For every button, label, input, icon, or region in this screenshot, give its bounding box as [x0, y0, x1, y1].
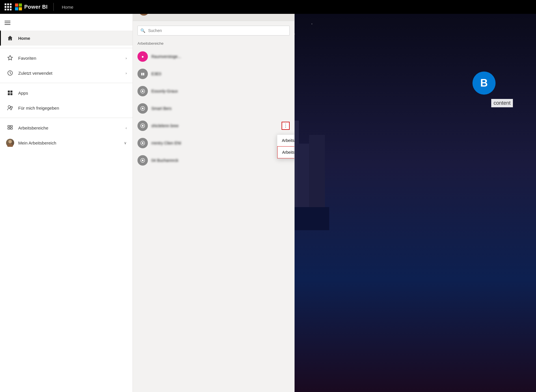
sidebar-divider-1	[0, 48, 133, 48]
content-text-label: content	[491, 99, 513, 107]
sidebar-home-label: Home	[18, 36, 30, 41]
sidebar-item-workspaces[interactable]: Arbeitsbereiche ‹	[0, 120, 133, 135]
brand-name: Power BI	[24, 4, 48, 10]
search-wrapper: 🔍	[137, 26, 290, 35]
chevron-left-icon: ‹	[126, 126, 127, 130]
nav-divider	[53, 3, 54, 11]
svg-rect-9	[8, 128, 10, 129]
workspace-name: Smart Bers	[151, 106, 290, 111]
workspace-icon: ●	[137, 51, 148, 62]
workspace-search-input[interactable]	[137, 26, 290, 35]
user-avatar-circle: B	[472, 72, 496, 95]
svg-point-12	[7, 144, 13, 147]
sidebar-item-apps[interactable]: Apps	[0, 85, 133, 100]
svg-rect-7	[8, 125, 10, 127]
apps-grid-icon	[7, 89, 14, 96]
workspace-icon	[137, 103, 148, 114]
sidebar-workspaces-label: Arbeitsbereiche	[18, 125, 48, 130]
sidebar-divider-2	[0, 83, 133, 83]
sidebar-apps-label: Apps	[18, 91, 28, 95]
svg-point-5	[8, 106, 10, 108]
workspaces-section-label: Arbeitsbereiche	[133, 40, 294, 48]
workspace-more-button[interactable]: ⋮	[282, 122, 290, 130]
list-item[interactable]: Smart Bers	[133, 100, 294, 117]
svg-point-24	[142, 160, 144, 161]
clock-icon	[7, 70, 14, 76]
svg-point-20	[142, 125, 144, 127]
svg-rect-2	[10, 91, 12, 93]
svg-rect-53	[309, 135, 325, 207]
sidebar: Home Favoriten › Zuletzt verwendet › App…	[0, 14, 133, 392]
sidebar-recent-label: Zuletzt verwendet	[18, 71, 52, 76]
workspace-icon	[137, 121, 148, 131]
workspace-icon: ▮▮	[137, 69, 148, 79]
workspace-settings-menu-item[interactable]: Arbeitsbereichseinste...	[277, 135, 294, 146]
sidebar-favorites-label: Favoriten	[18, 56, 36, 61]
search-icon: 🔍	[140, 28, 145, 33]
list-item[interactable]: shiclelenn bree ⋮ Arbeitsbereichseinste.…	[133, 117, 294, 134]
sidebar-toggle-button[interactable]	[0, 16, 133, 29]
chevron-right-icon-recent: ›	[126, 71, 127, 75]
avatar	[7, 139, 14, 146]
shared-with-me-icon	[7, 104, 14, 111]
avatar-letter: B	[480, 77, 488, 89]
topbar: Power BI Home	[0, 0, 536, 14]
workspaces-icon	[7, 124, 14, 131]
workspace-name: Essonly-Graux	[151, 89, 290, 93]
svg-point-6	[11, 106, 12, 108]
star-icon	[7, 55, 14, 61]
svg-point-34	[312, 24, 312, 24]
sidebar-shared-label: Für mich freigegeben	[18, 106, 59, 110]
main-layout: Home Favoriten › Zuletzt verwendet › App…	[0, 14, 536, 392]
svg-rect-8	[10, 125, 12, 127]
home-icon	[7, 35, 14, 42]
sidebar-item-home[interactable]: Home	[0, 31, 133, 46]
chevron-down-icon: ∨	[124, 141, 127, 145]
sidebar-item-shared[interactable]: Für mich freigegeben	[0, 100, 133, 115]
list-item[interactable]: Essonly-Graux	[133, 82, 294, 100]
microsoft-logo: Power BI	[15, 3, 48, 10]
svg-rect-3	[8, 93, 10, 95]
svg-rect-10	[10, 128, 12, 129]
workspace-context-menu: Arbeitsbereichseinste... Arbeitsbereichs…	[277, 134, 294, 159]
workspace-search-container: 🔍	[137, 26, 290, 35]
ms-squares-icon	[15, 3, 22, 10]
list-item[interactable]: rrentry Clien ENI	[133, 134, 294, 152]
workspace-access-menu-item[interactable]: Arbeitsbereichszugriff	[277, 146, 294, 158]
svg-rect-52	[297, 144, 310, 207]
workspace-list: ● Raumverstoge... ▮▮ E3E0 Essonly-Graux	[133, 48, 294, 392]
hamburger-icon	[5, 20, 10, 26]
sidebar-divider-3	[0, 118, 133, 118]
waffle-button[interactable]	[5, 3, 12, 10]
workspace-icon	[137, 138, 148, 148]
svg-point-16	[142, 90, 144, 92]
svg-point-18	[142, 108, 144, 109]
workspace-name: E3E0	[151, 72, 290, 76]
workspace-name: Raumverstoge...	[151, 54, 290, 59]
sidebar-item-recent[interactable]: Zuletzt verwendet ›	[0, 65, 133, 80]
svg-rect-4	[10, 93, 12, 95]
svg-point-11	[8, 140, 12, 143]
svg-point-22	[142, 142, 144, 144]
svg-rect-1	[8, 91, 10, 93]
list-item[interactable]: ● Raumverstoge...	[133, 48, 294, 65]
workspace-icon	[137, 86, 148, 96]
list-item[interactable]: ▮▮ E3E0	[133, 65, 294, 82]
ellipsis-vertical-icon: ⋮	[283, 123, 288, 128]
workspace-icon	[137, 155, 148, 166]
current-page: Home	[62, 5, 73, 10]
workspace-name: rrentry Clien ENI	[151, 141, 290, 145]
workspace-name: 04 Buchannrck	[151, 158, 290, 163]
sidebar-myworkspace-label: Mein Arbeitsbereich	[18, 140, 56, 145]
workspace-name: shiclelenn bree	[151, 123, 278, 128]
chevron-right-icon: ›	[126, 56, 127, 60]
sidebar-item-myworkspace[interactable]: Mein Arbeitsbereich ∨	[0, 135, 133, 150]
workspace-dropdown-panel: Mein Arbeitsbereich 🔍 Arbeitsbereiche ● …	[133, 0, 295, 392]
sidebar-item-favorites[interactable]: Favoriten ›	[0, 50, 133, 65]
list-item[interactable]: 04 Buchannrck	[133, 152, 294, 169]
